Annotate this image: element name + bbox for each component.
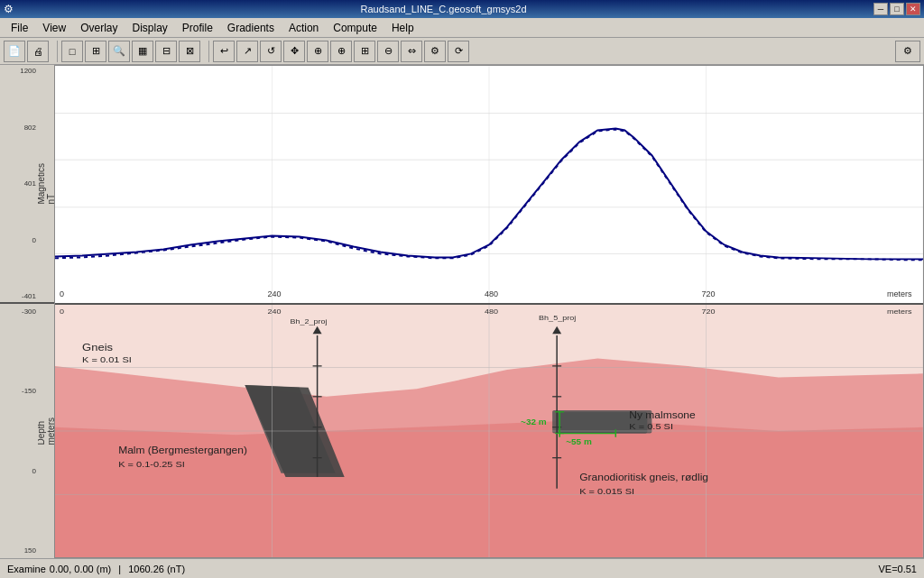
svg-text:Granodioritisk gneis, rødlig: Granodioritisk gneis, rødlig — [579, 472, 708, 482]
toolbar-new[interactable]: 📄 — [4, 41, 25, 62]
menu-action[interactable]: Action — [282, 20, 326, 36]
svg-text:480: 480 — [485, 307, 498, 316]
toolbar-zoom-in[interactable]: ⊕ — [330, 41, 352, 62]
menu-profile[interactable]: Profile — [175, 20, 220, 36]
svg-text:0: 0 — [60, 289, 64, 298]
toolbar-settings[interactable]: ⚙ — [424, 41, 446, 62]
toolbar-select[interactable]: ⊕ — [307, 41, 328, 62]
svg-text:Ny malmsone: Ny malmsone — [629, 409, 695, 419]
svg-text:~32 m: ~32 m — [521, 418, 547, 427]
toolbar-pan[interactable]: ⇔ — [401, 41, 422, 62]
toolbar-btn3[interactable]: 🔍 — [108, 41, 130, 62]
depth-tick-150: 150 — [24, 546, 36, 555]
y-axis-magnetics: 1200 802 401 0 -401 — [0, 65, 38, 304]
toolbar-extra[interactable]: ⚙ — [895, 41, 920, 62]
mag-tick-0: 0 — [32, 236, 36, 244]
toolbar-btn4[interactable]: ▦ — [132, 41, 153, 62]
minimize-button[interactable]: ─ — [873, 3, 888, 15]
magnetics-label-container: MagneticsnT — [38, 65, 54, 304]
title-bar: ⚙ Raudsand_LINE_C.geosoft_gmsys2d ─ □ ✕ — [0, 0, 924, 18]
status-ve: VE=0.51 — [878, 564, 917, 574]
toolbar-rotate[interactable]: ↺ — [260, 41, 282, 62]
menu-display[interactable]: Display — [125, 20, 174, 36]
window-title: Raudsand_LINE_C.geosoft_gmsys2d — [14, 4, 873, 14]
y-axis-depth: -300 -150 0 150 — [0, 304, 38, 558]
svg-text:Malm (Bergmestergangen): Malm (Bergmestergangen) — [118, 445, 247, 455]
title-bar-icon: ⚙ — [4, 3, 14, 15]
toolbar-print[interactable]: 🖨 — [27, 41, 49, 62]
menu-compute[interactable]: Compute — [326, 20, 384, 36]
toolbar-cursor[interactable]: ↗ — [236, 41, 258, 62]
main-area: 1200 802 401 0 -401 -300 -150 0 150 Magn… — [0, 65, 924, 558]
depth-label-container: Depthmeters — [38, 304, 54, 558]
svg-text:240: 240 — [267, 307, 281, 316]
toolbar-btn5[interactable]: ⊟ — [155, 41, 177, 62]
maximize-button[interactable]: □ — [890, 3, 904, 15]
depth-tick-neg150: -150 — [22, 387, 36, 395]
menu-bar: File View Overlay Display Profile Gradie… — [0, 18, 924, 38]
svg-text:Bh_2_proj: Bh_2_proj — [291, 317, 328, 326]
magnetic-chart-svg: 0 240 480 720 meters — [55, 66, 923, 303]
status-bar: Examine 0.00, 0.00 (m) | 1060.26 (nT) VE… — [0, 558, 924, 578]
menu-file[interactable]: File — [4, 20, 35, 36]
svg-text:K = 0.5 SI: K = 0.5 SI — [629, 422, 673, 431]
toolbar-zoom-out[interactable]: ⊖ — [377, 41, 399, 62]
menu-view[interactable]: View — [35, 20, 73, 36]
mag-tick-1200: 1200 — [20, 67, 36, 75]
toolbar-btn1[interactable]: □ — [61, 41, 83, 62]
menu-overlay[interactable]: Overlay — [73, 20, 125, 36]
magnetics-label: MagneticsnT — [38, 163, 54, 205]
axis-text-labels: MagneticsnT Depthmeters — [38, 65, 54, 558]
status-value: 1060.26 (nT) — [128, 564, 878, 574]
svg-text:0: 0 — [60, 307, 64, 316]
close-button[interactable]: ✕ — [906, 3, 920, 15]
axis-labels: 1200 802 401 0 -401 -300 -150 0 150 — [0, 65, 38, 558]
depth-label: Depthmeters — [38, 417, 54, 445]
svg-text:Gneis: Gneis — [82, 342, 113, 353]
toolbar-btn6[interactable]: ⊠ — [179, 41, 200, 62]
geology-svg: 0 240 480 720 meters Bh_2_proj — [55, 305, 923, 557]
mag-tick-401: 401 — [24, 179, 36, 188]
svg-text:720: 720 — [701, 307, 715, 316]
status-coords: 0.00, 0.00 (m) — [50, 564, 111, 574]
menu-gradients[interactable]: Gradients — [220, 20, 282, 36]
toolbar-undo[interactable]: ↩ — [213, 41, 235, 62]
svg-text:720: 720 — [701, 289, 715, 298]
mag-tick-neg401: -401 — [22, 292, 36, 300]
toolbar: 📄 🖨 □ ⊞ 🔍 ▦ ⊟ ⊠ ↩ ↗ ↺ ✥ ⊕ ⊕ ⊞ ⊖ ⇔ ⚙ ⟳ ⚙ — [0, 38, 924, 65]
lower-chart: 0 240 480 720 meters Bh_2_proj — [55, 305, 923, 557]
toolbar-move[interactable]: ✥ — [283, 41, 305, 62]
depth-tick-neg300: -300 — [22, 307, 36, 316]
upper-chart: NNV SSØ Stiplede linje: Målte data Faste… — [55, 66, 923, 305]
window-controls: ─ □ ✕ — [873, 3, 920, 15]
svg-text:Bh_5_proj: Bh_5_proj — [539, 314, 576, 322]
menu-help[interactable]: Help — [384, 20, 421, 36]
toolbar-zoom-fit[interactable]: ⊞ — [354, 41, 375, 62]
svg-text:240: 240 — [267, 289, 281, 298]
charts-container: NNV SSØ Stiplede linje: Målte data Faste… — [54, 65, 924, 558]
toolbar-refresh[interactable]: ⟳ — [448, 41, 469, 62]
svg-text:480: 480 — [485, 289, 498, 298]
mag-tick-802: 802 — [24, 124, 36, 132]
svg-text:~55 m: ~55 m — [566, 438, 592, 446]
svg-text:K = 0.015 SI: K = 0.015 SI — [579, 487, 634, 496]
depth-tick-0: 0 — [32, 467, 36, 475]
svg-text:K = 0.01 SI: K = 0.01 SI — [82, 355, 132, 364]
svg-text:meters: meters — [887, 307, 912, 316]
toolbar-btn2[interactable]: ⊞ — [85, 41, 106, 62]
status-divider: | — [118, 564, 121, 574]
status-examine: Examine — [7, 564, 46, 574]
svg-text:K = 0.1-0.25 SI: K = 0.1-0.25 SI — [118, 460, 185, 469]
svg-text:meters: meters — [887, 289, 912, 298]
